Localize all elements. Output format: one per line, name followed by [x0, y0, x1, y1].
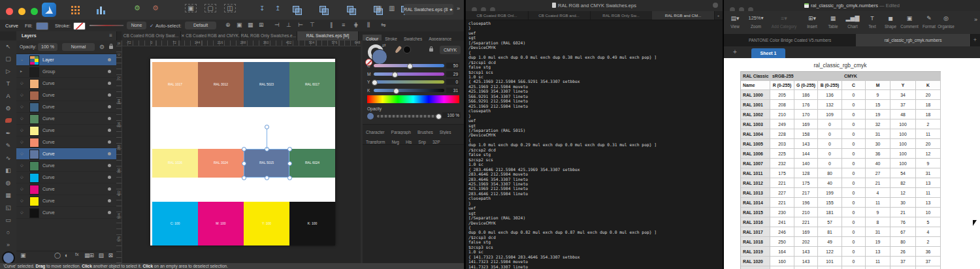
expand-chevron-icon[interactable]: ⌄: [20, 54, 24, 65]
toolbar-organise-button[interactable]: ◎Organise: [932, 13, 960, 29]
table-cell[interactable]: 100: [890, 266, 916, 269]
layer-effects-icon[interactable]: fx: [75, 252, 78, 257]
table-cell[interactable]: 136: [818, 90, 842, 100]
rectangle-tool-icon[interactable]: ▭: [0, 214, 16, 227]
table-cell[interactable]: 2: [916, 119, 941, 129]
table-cell[interactable]: 0: [842, 217, 866, 227]
table-cell[interactable]: 5: [916, 217, 941, 227]
table-cell[interactable]: CMYK: [842, 72, 866, 81]
table-cell[interactable]: 217: [794, 188, 818, 198]
table-cell[interactable]: 37: [916, 257, 941, 266]
table-cell[interactable]: 0: [842, 257, 866, 266]
stroke-width-slider[interactable]: [90, 25, 123, 26]
layer-row[interactable]: ◇Curve: [16, 207, 116, 219]
canvas-viewport[interactable]: pt -72072144216288360432504576648 072144…: [116, 40, 361, 263]
editor-tab[interactable]: RAL RGB and CM...: [652, 11, 715, 20]
table-cell[interactable]: 12: [890, 188, 916, 198]
table-cell[interactable]: 0: [842, 237, 866, 247]
table-cell[interactable]: [818, 72, 842, 81]
editor-tab[interactable]: RAL RGB Only Sw...: [590, 11, 653, 20]
table-cell[interactable]: 80: [890, 237, 916, 247]
table-cell[interactable]: RAL 1011: [741, 168, 770, 178]
editor-settings-icon[interactable]: [713, 3, 718, 8]
colour-model-dropdown[interactable]: CMYK: [440, 46, 461, 54]
table-cell[interactable]: 11: [866, 257, 890, 266]
table-cell[interactable]: 13: [916, 198, 941, 208]
table-cell[interactable]: 221: [770, 198, 794, 208]
place-image-tool-icon[interactable]: ▦: [0, 189, 16, 202]
collapse-chevron-icon[interactable]: ▸: [20, 66, 22, 77]
table-cell[interactable]: 122: [818, 247, 842, 257]
layer-row[interactable]: ◇Curve: [16, 160, 116, 172]
selection-handle[interactable]: [242, 176, 246, 180]
editor-tab[interactable]: CB Coated RGB and...: [528, 11, 591, 20]
layer-row[interactable]: ◇Curve: [16, 183, 116, 195]
designer-doc-tab[interactable]: RAL RGB Only Swatches.e...: [240, 31, 297, 40]
new-doc-tab-button[interactable]: +: [970, 34, 980, 46]
corner-tool-icon[interactable]: ⚙: [0, 103, 16, 115]
table-cell[interactable]: 4: [916, 227, 941, 237]
table-cell[interactable]: 208: [770, 100, 794, 110]
layer-visibility-toggle[interactable]: [108, 211, 111, 214]
table-cell[interactable]: G (0-255): [794, 81, 818, 90]
canvas-swatch[interactable]: K: 100: [289, 202, 335, 245]
frame-text-tool-icon[interactable]: T: [0, 78, 16, 90]
table-cell[interactable]: 11: [916, 188, 941, 198]
align-left-icon[interactable]: ⊣: [274, 22, 280, 28]
boolean-add-icon[interactable]: [293, 6, 301, 14]
fill-swatch[interactable]: [36, 22, 48, 30]
table-cell[interactable]: 11: [866, 198, 890, 208]
table-cell[interactable]: 0: [842, 110, 866, 119]
table-cell[interactable]: 34: [890, 90, 916, 100]
zoom-button[interactable]: [31, 8, 38, 15]
canvas-swatch[interactable]: RAL 3012: [198, 62, 244, 107]
table-cell[interactable]: 232: [770, 159, 794, 168]
table-cell[interactable]: 30: [890, 198, 916, 208]
table-cell[interactable]: 0: [842, 188, 866, 198]
table-cell[interactable]: [916, 72, 941, 81]
designer-doc-tab[interactable]: ✕ CB Coated RGB and CMYK...: [181, 31, 240, 40]
blend-mode-dropdown[interactable]: Normal: [62, 43, 95, 51]
table-cell[interactable]: RAL 1013: [741, 188, 770, 198]
table-cell[interactable]: 249: [770, 119, 794, 129]
table-cell[interactable]: RAL 1003: [741, 119, 770, 129]
pencil-tool-icon[interactable]: ✎: [0, 140, 16, 152]
layer-row[interactable]: ◇Curve: [16, 113, 116, 125]
close-button[interactable]: [6, 8, 13, 15]
layer-visibility-toggle[interactable]: [108, 129, 111, 132]
slider-value[interactable]: 31: [446, 87, 459, 93]
sheet-content[interactable]: ral_classic_rgb_cmyk RAL ClassicsRGB-255…: [724, 58, 980, 269]
table-cell[interactable]: 0: [842, 208, 866, 217]
canvas-swatch[interactable]: M: 100: [198, 202, 244, 245]
table-cell[interactable]: 0: [842, 119, 866, 129]
table-cell[interactable]: [890, 72, 916, 81]
selection-handle[interactable]: [265, 176, 269, 180]
table-cell[interactable]: 21: [866, 178, 890, 188]
layer-row[interactable]: ◇Curve: [16, 148, 116, 160]
table-cell[interactable]: 155: [818, 198, 842, 208]
duplicate-layer-icon[interactable]: ▣: [20, 252, 26, 259]
move-to-front-icon[interactable]: ↥: [275, 5, 280, 12]
snapping-gear-icon[interactable]: ⚙: [134, 4, 140, 12]
table-cell[interactable]: RAL 1014: [741, 198, 770, 208]
vertical-ruler[interactable]: 072144216288360432504576: [116, 46, 122, 263]
table-cell[interactable]: 11: [916, 129, 941, 139]
selection-handle[interactable]: [287, 147, 292, 151]
vector-brush-tool-icon[interactable]: [0, 115, 16, 127]
table-cell[interactable]: 25: [866, 266, 890, 269]
table-cell[interactable]: 210: [770, 110, 794, 119]
fill-tool-icon[interactable]: ◧: [0, 165, 16, 177]
transform-origin-icon[interactable]: ⊕: [225, 22, 231, 28]
table-cell[interactable]: 37: [890, 257, 916, 266]
minimise-button[interactable]: [18, 8, 25, 15]
target-children-icon[interactable]: ▢: [204, 4, 216, 12]
table-cell[interactable]: 109: [818, 110, 842, 119]
table-cell[interactable]: RAL 1002: [741, 110, 770, 119]
layer-row[interactable]: ▸Group: [16, 66, 116, 78]
table-cell[interactable]: RAL 1000: [741, 90, 770, 100]
table-cell[interactable]: 0: [842, 90, 866, 100]
table-cell[interactable]: [866, 72, 890, 81]
layer-row[interactable]: ◇Curve: [16, 101, 116, 113]
table-cell[interactable]: 49: [818, 237, 842, 247]
table-cell[interactable]: 0: [842, 198, 866, 208]
